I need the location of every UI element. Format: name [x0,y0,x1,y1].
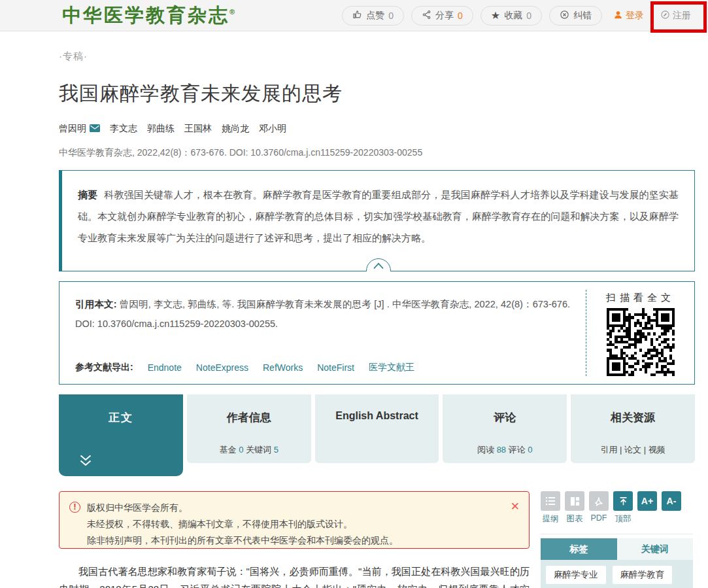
tab-english-abstract-label: English Abstract [315,410,439,422]
correction-label: 纠错 [573,10,592,22]
export-link-noteexpress[interactable]: NoteExpress [196,362,248,373]
registered-mark: ® [229,8,235,16]
tab-fulltext[interactable]: 正文 [59,394,183,476]
thumbs-up-icon [352,10,362,22]
tag-chip[interactable]: 麻醉学专业 [546,566,606,584]
tags-panel-header: 标签 关键词 [541,538,693,560]
pdf-icon [589,491,609,511]
divider [541,534,693,534]
cite-label: 引用本文: [75,299,117,309]
font-decrease-button[interactable]: A- [662,491,681,525]
register-label: 注册 [673,10,691,22]
article-category: ·专稿· [59,50,695,63]
author-list: 曾因明 李文志 郭曲练 王国林 姚尚龙 邓小明 [59,123,695,135]
favorite-label: 收藏 [504,10,522,22]
journal-citation-line: 中华医学教育杂志, 2022,42(8)：673-676. DOI: 10.37… [59,147,695,159]
cite-text: 曾因明, 李文志, 郭曲练, 等. 我国麻醉学教育未来发展的思考 [J] . 中… [75,299,570,329]
author-link[interactable]: 邓小明 [259,123,286,135]
chevron-up-icon [373,262,384,269]
comment-label: 评论 [509,445,526,455]
notice-line: 版权归中华医学会所有。 [87,500,503,516]
copyright-notice: ! 版权归中华医学会所有。 未经授权，不得转载、摘编本刊文章，不得使用本刊的版式… [59,491,530,549]
citation-box-left: 引用本文:曾因明, 李文志, 郭曲练, 等. 我国麻醉学教育未来发展的思考 [J… [59,282,586,384]
abstract-label: 摘要 [78,189,97,200]
close-icon[interactable]: ✕ [511,498,520,515]
qr-label: 扫描看全文 [606,292,675,304]
author-name: 姚尚龙 [222,123,249,135]
comment-count: 0 [528,445,532,455]
share-button[interactable]: 分享 0 [411,6,473,26]
tab-fulltext-label: 正文 [59,410,183,425]
outline-icon [541,491,560,511]
charts-icon [565,491,584,511]
author-name: 曾因明 [59,123,86,135]
export-link-yxwxw[interactable]: 医学文献王 [369,362,414,373]
export-link-refworks[interactable]: RefWorks [263,362,303,373]
author-link[interactable]: 姚尚龙 [222,123,249,135]
like-count: 0 [388,10,394,21]
like-button[interactable]: 点赞 0 [342,6,404,26]
notice-line: 未经授权，不得转载、摘编本刊文章，不得使用本刊的版式设计。 [87,516,503,532]
tab-author-info-sub: 基金 0 关键词 5 [187,444,311,456]
back-to-top-button[interactable]: 顶部 [613,491,633,525]
favorite-count: 0 [526,10,531,21]
export-label: 参考文献导出: [75,362,133,373]
tags-panel: 标签 关键词 麻醉学专业 麻醉学教育 人才培养 未来发展 思考 [541,538,693,588]
bottom-right-column: 提纲 图表 PDF 顶部 A+ A- [541,491,693,588]
author-link[interactable]: 曾因明 [59,123,100,135]
article-body: 我国古代著名思想家和教育家荀子说："国将兴，必贵师而重傅。"当前，我国正处在科教… [59,563,530,588]
author-link[interactable]: 李文志 [110,123,137,135]
font-increase-button[interactable]: A+ [637,491,657,525]
tab-comments[interactable]: 评论 阅读 88 评论 0 [443,394,567,463]
tab-keywords[interactable]: 关键词 [617,538,694,560]
top-header-bar: 中华医学教育杂志® 点赞 0 分享 0 ★ 收藏 0 纠错 [0,0,708,31]
pdf-label: PDF [589,513,609,523]
login-link[interactable]: 登录 [613,10,644,22]
correction-button[interactable]: 纠错 [549,6,602,26]
export-link-endnote[interactable]: Endnote [148,362,182,373]
user-icon [613,10,623,22]
share-label: 分享 [435,10,454,22]
double-chevron-down-icon [78,455,93,469]
warning-icon: ! [69,502,80,513]
site-logo[interactable]: 中华医学教育杂志® [62,3,235,29]
tag-chip[interactable]: 麻醉学教育 [613,566,673,584]
pen-circle-icon [660,10,670,22]
tab-author-info[interactable]: 作者信息 基金 0 关键词 5 [187,394,311,463]
fund-count: 0 [239,445,243,455]
qr-code [607,308,675,376]
share-count: 0 [458,10,463,21]
tab-author-info-label: 作者信息 [187,410,311,425]
article-tabs: 正文 作者信息 基金 0 关键词 5 English Abstract 评论 阅… [59,394,695,476]
bottom-left-column: ! 版权归中华医学会所有。 未经授权，不得转载、摘编本刊文章，不得使用本刊的版式… [59,491,530,588]
favorite-button[interactable]: ★ 收藏 0 [480,6,542,26]
pdf-button[interactable]: PDF [589,491,609,525]
cite-this-article: 引用本文:曾因明, 李文志, 郭曲练, 等. 我国麻醉学教育未来发展的思考 [J… [75,294,570,334]
export-link-notefirst[interactable]: NoteFirst [317,362,354,373]
header-actions: 点赞 0 分享 0 ★ 收藏 0 纠错 登录 [342,6,695,26]
email-icon[interactable] [90,124,100,134]
login-label: 登录 [626,10,644,22]
outline-button[interactable]: 提纲 [541,491,560,525]
author-link[interactable]: 王国林 [184,123,212,135]
citation-box: 引用本文:曾因明, 李文志, 郭曲练, 等. 我国麻醉学教育未来发展的思考 [J… [59,281,695,385]
charts-button[interactable]: 图表 [565,491,584,525]
outline-label: 提纲 [541,513,560,525]
notice-line: 除非特别声明，本刊刊出的所有文章不代表中华医学会和本刊编委会的观点。 [87,532,503,549]
author-link[interactable]: 郭曲练 [147,123,175,135]
qr-section: 扫描看全文 [586,290,694,376]
tab-english-abstract[interactable]: English Abstract [315,394,439,463]
fund-label: 基金 [220,445,237,455]
circle-x-icon [560,10,569,22]
abstract-text: 科教强国关键靠人才，根本在教育。麻醉学教育是医学教育的重要组成部分，是我国麻醉学… [78,189,679,243]
keywords-label: 关键词 [246,445,271,455]
tab-tags[interactable]: 标签 [541,538,617,560]
charts-label: 图表 [565,513,584,525]
bottom-section: ! 版权归中华医学会所有。 未经授权，不得转载、摘编本刊文章，不得使用本刊的版式… [0,491,708,588]
abstract-collapse-button[interactable] [363,258,394,271]
tab-related-resources-label: 相关资源 [571,410,695,425]
article-paragraph: 我国古代著名思想家和教育家荀子说："国将兴，必贵师而重傅。"当前，我国正处在科教… [59,563,530,588]
register-link[interactable]: 注册 [660,10,691,22]
keywords-count: 5 [274,445,278,455]
tab-related-resources[interactable]: 相关资源 引用 | 论文 | 视频 [571,394,695,463]
